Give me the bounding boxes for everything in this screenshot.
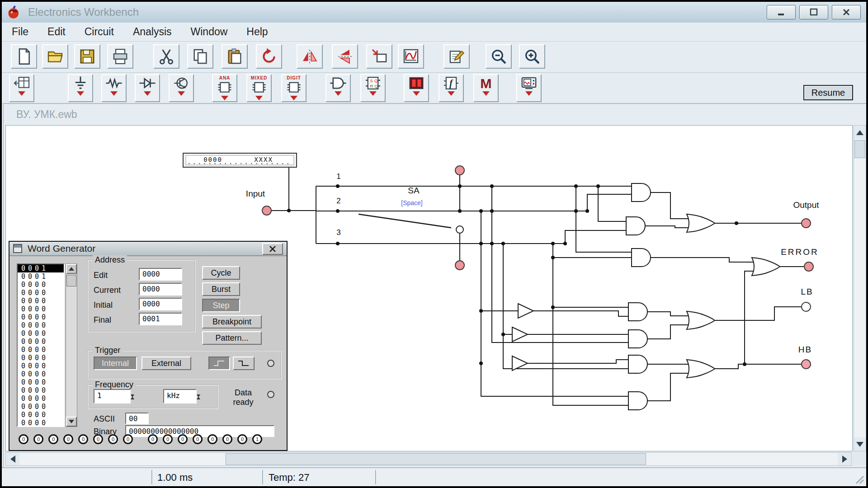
wordgen-terminal-0[interactable]: 0 [19,434,28,444]
analog-ic-bin-button[interactable]: ANA [212,74,237,102]
word-generator-close-button[interactable] [262,243,283,255]
trigger-rising-edge-button[interactable] [208,357,230,370]
wordgen-word-row-19[interactable]: 0000 [18,419,64,427]
basic-bin-button[interactable] [101,74,127,102]
wordgen-word-row-9[interactable]: 0000 [18,338,64,346]
vertical-scroll-thumb[interactable] [854,140,865,158]
maximize-button[interactable] [799,5,828,19]
miscellaneous-bin-button[interactable]: M [473,74,499,102]
ascii-field[interactable]: 00 [125,413,149,424]
cut-button[interactable] [153,44,179,69]
unit-down-button[interactable] [197,397,207,405]
lb-terminal[interactable] [802,302,811,311]
rotate-button[interactable] [256,44,282,69]
wordgen-terminal-12[interactable]: 0 [208,434,217,444]
document-title-bar[interactable]: ВУ. УМК.ewb [4,104,868,125]
wordgen-terminal-6[interactable]: 0 [108,434,118,444]
wordgen-word-row-3[interactable]: 0000 [18,289,64,297]
menu-edit[interactable]: Edit [47,26,66,38]
step-button[interactable]: Step [202,299,240,312]
and-gate-3[interactable] [632,249,651,267]
print-button[interactable] [107,44,133,69]
wordgen-terminal-11[interactable]: 0 [193,434,203,444]
trigger-falling-edge-button[interactable] [233,357,255,370]
wordgen-word-row-2[interactable]: 0000 [18,281,64,289]
menu-circuit[interactable]: Circuit [85,26,114,38]
wordgen-word-row-14[interactable]: 0000 [18,378,64,386]
address-current-field[interactable]: 0000 [139,283,182,296]
copy-button[interactable] [187,44,213,69]
and-gate-1[interactable] [632,183,651,202]
switch-bottom-terminal[interactable] [455,261,464,270]
wordgen-word-row-11[interactable]: 0000 [18,354,64,362]
scroll-down-button[interactable] [854,437,866,451]
digital-bin-button[interactable]: S QR Q [360,74,386,102]
diodes-bin-button[interactable] [135,74,160,102]
wordgen-word-row-13[interactable]: 0000 [18,370,64,378]
wordgen-terminal-2[interactable]: 0 [48,434,58,444]
menu-analysis[interactable]: Analysis [133,26,172,38]
new-button[interactable] [11,44,37,69]
resize-grip[interactable] [853,473,864,484]
data-ready-led[interactable] [267,391,274,398]
zoom-out-button[interactable] [486,44,512,69]
menu-help[interactable]: Help [246,26,268,38]
address-final-field[interactable]: 0001 [139,313,182,325]
wordgen-word-row-6[interactable]: 0000 [18,313,64,321]
wordgen-word-row-10[interactable]: 0000 [18,346,64,354]
horizontal-scroll-thumb[interactable] [226,453,646,465]
trigger-external-button[interactable]: External [142,357,191,370]
horizontal-scrollbar[interactable] [5,452,852,466]
wordgen-word-row-18[interactable]: 0000 [18,411,64,419]
logic-gates-bin-button[interactable] [326,74,351,102]
wordgen-terminal-1[interactable]: 0 [33,434,43,444]
create-subcircuit-button[interactable] [366,44,392,69]
hb-terminal[interactable] [802,360,811,369]
save-button[interactable] [74,44,100,69]
transistors-bin-button[interactable] [169,74,194,102]
breakpoint-button[interactable]: Breakpoint [202,315,262,328]
flip-horizontal-button[interactable] [297,44,323,69]
minimize-button[interactable] [767,5,796,19]
wordgen-terminal-15[interactable]: 1 [252,434,262,444]
custom-parts-button[interactable] [9,74,34,102]
mixed-ic-bin-button[interactable]: MIXED [246,74,272,102]
burst-button[interactable]: Burst [202,282,240,296]
wordgen-terminal-14[interactable]: 0 [237,434,247,444]
frequency-value-spinner[interactable]: 1 [94,389,141,404]
wordgen-word-row-16[interactable]: 0000 [18,394,64,403]
controls-bin-button[interactable]: f [439,74,464,102]
wordgen-word-list[interactable]: 0001000100000000000000000000000000000000… [17,263,65,427]
close-button[interactable] [832,5,861,19]
wordgen-list-scrollbar[interactable] [66,263,77,427]
and-gate-5[interactable] [628,330,647,348]
wordgen-terminal-4[interactable]: 0 [78,434,88,444]
resume-button[interactable]: Resume [803,85,853,100]
zoom-in-button[interactable] [519,44,545,69]
switch-blade[interactable] [359,214,451,228]
component-properties-button[interactable] [443,44,470,69]
wordgen-terminal-10[interactable]: 0 [178,434,188,444]
and-gate-2[interactable] [626,217,645,235]
wordgen-word-row-5[interactable]: 0000 [18,305,64,313]
trigger-indicator-led[interactable] [267,360,274,367]
output-terminal[interactable] [802,219,811,228]
frequency-down-button[interactable] [131,397,141,405]
or-gate-lb[interactable] [687,311,715,329]
instruments-bin-button[interactable] [516,74,542,102]
wordgen-terminal-5[interactable]: 0 [93,434,103,444]
frequency-unit-spinner[interactable]: kHz [163,389,207,404]
digital-ic-bin-button[interactable]: DIGIT [281,74,307,102]
pattern-button[interactable]: Pattern... [202,331,262,345]
error-terminal[interactable] [804,262,813,271]
trigger-internal-button[interactable]: Internal [94,357,137,370]
wordgen-terminal-8[interactable]: 0 [148,434,158,444]
wordgen-terminal-9[interactable]: 0 [163,434,173,444]
scroll-right-button[interactable] [838,453,851,465]
wordgen-word-row-15[interactable]: 0000 [18,386,64,394]
and-gate-4[interactable] [628,303,647,321]
frequency-value[interactable]: 1 [94,389,131,404]
sources-bin-button[interactable] [68,74,93,102]
wordgen-terminal-13[interactable]: 0 [222,434,232,444]
frequency-unit[interactable]: kHz [163,389,197,404]
